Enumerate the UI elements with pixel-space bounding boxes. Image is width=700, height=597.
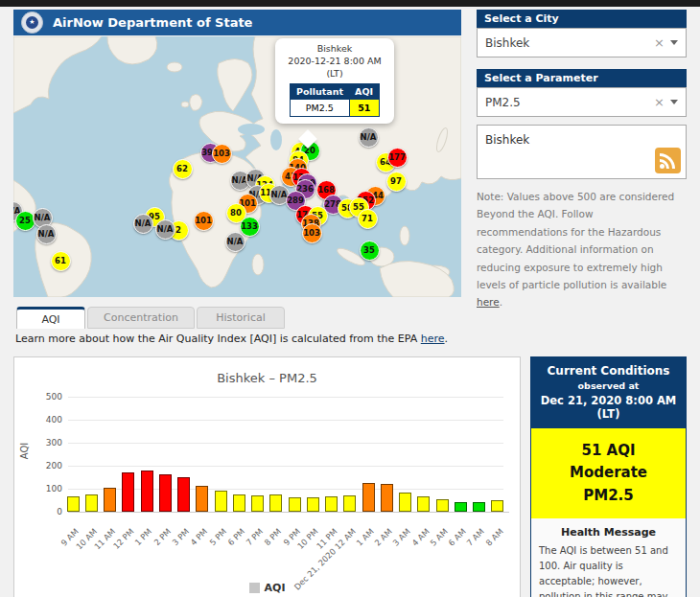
parameter-caret-icon[interactable] (670, 100, 678, 104)
chart-bar[interactable] (122, 472, 134, 512)
chart-x-tick-label: 7 PM (245, 526, 266, 547)
chart-bar[interactable] (233, 494, 245, 512)
conditions-category: Moderate (535, 462, 682, 484)
chart-y-tick-label: 400 (26, 415, 62, 425)
map-marker[interactable]: N/A (36, 224, 57, 244)
airnow-page: ★ AirNow Department of State (0, 0, 700, 597)
chart-bar[interactable] (215, 491, 227, 512)
map-marker[interactable]: 61 (51, 251, 71, 271)
learn-more-here-link[interactable]: here (421, 333, 445, 345)
city-dropdown-value: Bishkek (478, 36, 648, 50)
parameter-clear-icon[interactable]: × (648, 95, 670, 109)
chart-gridline (68, 420, 503, 421)
chart-bar[interactable] (307, 497, 319, 512)
tab-historical[interactable]: Historical (197, 307, 285, 329)
conditions-datetime: Dec 21, 2020 8:00 AM (LT) (535, 394, 682, 421)
map-marker[interactable]: 101 (194, 211, 214, 231)
popup-table: Pollutant AQI PM2.5 51 (290, 83, 380, 117)
health-message-text: The AQI is between 51 and 100. Air quali… (539, 543, 678, 597)
learn-more-text: Learn more about how the Air Quality Ind… (15, 333, 448, 345)
map-marker[interactable]: 177 (387, 148, 408, 168)
popup-timezone: (LT) (279, 68, 390, 80)
city-clear-icon[interactable]: × (648, 35, 670, 50)
current-conditions-card: Current Conditions observed at Dec 21, 2… (530, 356, 687, 597)
chart-bar[interactable] (67, 496, 80, 512)
popup-col-pollutant: Pollutant (291, 84, 350, 100)
chart-x-tick-label: 4 AM (409, 526, 431, 547)
current-conditions-header: Current Conditions observed at Dec 21, 2… (531, 357, 686, 428)
map-marker[interactable]: 103 (212, 144, 232, 164)
feed-box: Bishkek (477, 125, 687, 179)
chart-bar[interactable] (269, 494, 282, 512)
chart-bar[interactable] (491, 500, 503, 512)
chart-bar[interactable] (381, 484, 393, 512)
chart-bar[interactable] (104, 488, 116, 512)
chart-bar[interactable] (399, 493, 411, 512)
rss-icon[interactable] (655, 148, 681, 173)
chart-x-tick-label: 5 PM (207, 526, 228, 547)
chart-y-tick-label: 200 (26, 461, 62, 471)
chart-plot-area: AQI 01002003004005009 AM10 AM11 AM12 PM1… (14, 357, 522, 597)
select-city-header: Select a City (477, 10, 687, 28)
map-marker[interactable]: N/A (155, 219, 175, 240)
map-popup[interactable]: Bishkek 2020-12-21 8:00 AM (LT) Pollutan… (275, 38, 394, 124)
chart-bar[interactable] (362, 483, 375, 512)
map-marker[interactable]: 133 (240, 217, 260, 237)
map-marker[interactable]: N/A (133, 214, 153, 234)
note-here-link[interactable]: here (477, 296, 500, 308)
chart-bar[interactable] (289, 497, 301, 512)
chart-y-tick-label: 100 (26, 484, 62, 494)
conditions-subtitle: observed at (535, 380, 682, 391)
map-marker[interactable]: N/A (359, 127, 379, 148)
aqi-chart-card: Bishkek – PM2.5 AQI 01002003004005009 AM… (13, 356, 521, 597)
chart-y-tick-label: 500 (26, 392, 62, 402)
health-message-block: Health Message The AQI is between 51 and… (531, 518, 686, 597)
chart-x-tick-label: 1 PM (133, 526, 154, 547)
app-header: ★ AirNow Department of State (13, 10, 461, 35)
chart-bar[interactable] (141, 471, 153, 512)
chart-x-tick-label: 5 AM (429, 526, 450, 547)
popup-col-aqi: AQI (349, 84, 379, 100)
popup-aqi-value: 51 (349, 100, 379, 117)
map-marker[interactable]: 97 (386, 172, 407, 192)
chart-gridline (68, 466, 503, 467)
note-text: Note: Values above 500 are considered Be… (477, 188, 687, 311)
chart-bar[interactable] (473, 502, 485, 512)
chart-bar[interactable] (85, 494, 98, 512)
city-dropdown[interactable]: Bishkek × (477, 28, 687, 57)
chart-x-tick-label: 3 AM (391, 526, 412, 547)
city-caret-icon[interactable] (670, 40, 678, 45)
map-marker[interactable]: 35 (360, 241, 380, 261)
chart-bar[interactable] (417, 496, 430, 512)
chart-x-tick-label: 8 PM (263, 526, 284, 547)
conditions-aqi-block: 51 AQI Moderate PM2.5 (531, 428, 686, 518)
chart-bar[interactable] (436, 499, 449, 512)
conditions-aqi-value: 51 AQI (535, 440, 682, 462)
map-marker[interactable]: 103 (302, 223, 322, 243)
chart-x-tick-label: 6 PM (225, 526, 246, 547)
health-message-title: Health Message (539, 526, 678, 539)
map-marker[interactable]: 71 (358, 209, 378, 229)
map-marker[interactable]: N/A (225, 232, 245, 252)
chart-bar[interactable] (196, 486, 208, 512)
popup-datetime: 2020-12-21 8:00 AM (279, 56, 390, 68)
legend-label: AQI (265, 582, 286, 594)
chart-x-tick-label: 7 AM (465, 526, 486, 547)
chart-bar[interactable] (325, 496, 338, 512)
parameter-dropdown[interactable]: PM2.5 × (477, 87, 687, 117)
chart-bar[interactable] (251, 495, 264, 512)
top-strip (0, 0, 700, 7)
world-map[interactable]: N/A25N/AN/A6195N/A2N/A62390103N/AN/A124N… (13, 36, 461, 297)
chart-bar[interactable] (177, 477, 190, 512)
chart-x-tick-label: 1 AM (355, 526, 376, 547)
legend-swatch-icon (249, 583, 260, 593)
chart-x-tick-label: 2 PM (152, 526, 173, 547)
chart-x-tick-label: 8 AM (483, 526, 504, 547)
chart-bar[interactable] (455, 502, 467, 512)
tab-aqi[interactable]: AQI (16, 307, 85, 329)
feed-city-label: Bishkek (478, 126, 686, 147)
chart-bar[interactable] (159, 474, 172, 512)
chart-bar[interactable] (343, 495, 356, 512)
map-marker[interactable]: 62 (173, 159, 193, 179)
tab-concentration[interactable]: Concentration (87, 307, 195, 329)
